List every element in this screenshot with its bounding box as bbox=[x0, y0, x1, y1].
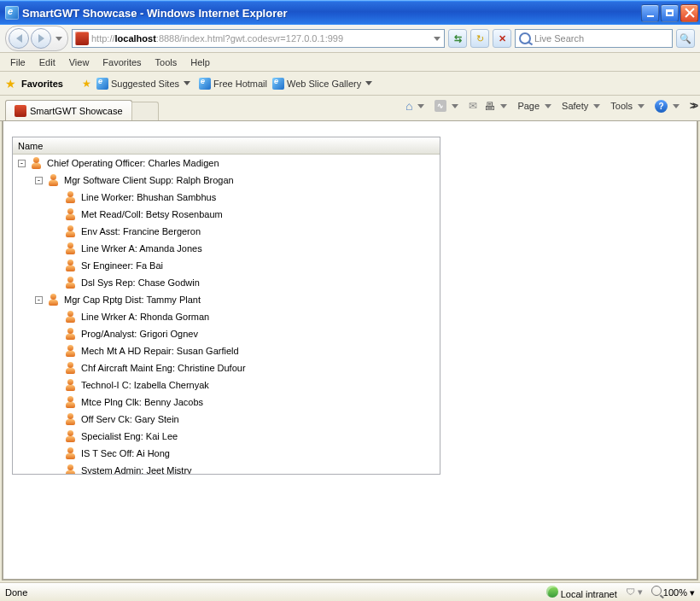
zoom-control[interactable]: 100% ▾ bbox=[651, 586, 695, 598]
print-icon: 🖶 bbox=[484, 100, 495, 113]
chevron-down-icon bbox=[638, 104, 645, 108]
tab-command-bar: SmartGWT Showcase ⌂ ∿ ✉ 🖶 Page Safety To… bbox=[0, 96, 700, 121]
person-icon bbox=[64, 378, 78, 392]
tree-node[interactable]: Mtce Plng Clk: Benny Jacobs bbox=[13, 394, 440, 411]
tree-node[interactable]: Specialist Eng: Kai Lee bbox=[13, 428, 440, 445]
person-icon bbox=[64, 327, 78, 341]
ie-icon bbox=[5, 6, 19, 20]
refresh-button[interactable]: ↻ bbox=[470, 29, 489, 48]
browser-tab[interactable]: SmartGWT Showcase bbox=[5, 100, 132, 120]
tree-node-label: System Admin: Jeet Mistry bbox=[81, 465, 192, 474]
tree-node[interactable]: IS T Sec Off: Ai Hong bbox=[13, 445, 440, 462]
tree-node[interactable]: Prog/Analyst: Grigori Ognev bbox=[13, 325, 440, 342]
tree-node-label: IS T Sec Off: Ai Hong bbox=[81, 448, 170, 458]
search-button[interactable]: 🔍 bbox=[676, 29, 695, 48]
tree-node-label: Line Worker: Bhushan Sambhus bbox=[81, 192, 216, 202]
collapse-icon[interactable]: - bbox=[18, 160, 26, 167]
ie-link-icon bbox=[199, 78, 211, 90]
menu-help[interactable]: Help bbox=[184, 55, 217, 70]
menu-edit[interactable]: Edit bbox=[32, 55, 62, 70]
person-icon bbox=[30, 156, 44, 170]
tree-node[interactable]: Env Asst: Francine Bergeron bbox=[13, 223, 440, 240]
home-button[interactable]: ⌂ bbox=[405, 99, 428, 113]
mail-icon: ✉ bbox=[469, 100, 477, 112]
tree-node[interactable]: -Mgr Software Client Supp: Ralph Brogan bbox=[13, 172, 440, 189]
print-button[interactable]: 🖶 bbox=[484, 100, 510, 113]
maximize-button[interactable] bbox=[661, 4, 679, 22]
favorites-star-icon[interactable]: ★ bbox=[5, 77, 16, 90]
person-icon bbox=[64, 395, 78, 409]
web-slice-gallery-link[interactable]: Web Slice Gallery bbox=[272, 78, 376, 90]
read-mail-button[interactable]: ✉ bbox=[469, 100, 477, 112]
tree-node[interactable]: Dsl Sys Rep: Chase Godwin bbox=[13, 274, 440, 291]
tools-menu[interactable]: Tools bbox=[610, 101, 648, 111]
tree-node-label: Met Read/Coll: Betsy Rosenbaum bbox=[81, 209, 223, 219]
tree-node-label: Dsl Sys Rep: Chase Godwin bbox=[81, 277, 200, 288]
tree-node[interactable]: -Mgr Cap Rptg Dist: Tammy Plant bbox=[13, 291, 440, 308]
tree-column-header[interactable]: Name bbox=[13, 137, 440, 155]
home-icon: ⌂ bbox=[405, 99, 412, 113]
protected-mode-button[interactable]: 🛡 ▾ bbox=[626, 586, 643, 598]
person-icon bbox=[64, 310, 78, 324]
tree-node-label: Technol-I C: Izabella Chernyak bbox=[81, 380, 209, 390]
person-icon bbox=[64, 242, 78, 255]
collapse-icon[interactable]: - bbox=[35, 296, 43, 304]
tree-node[interactable]: Chf Aircraft Maint Eng: Christine Dufour bbox=[13, 359, 440, 376]
tree-body[interactable]: -Chief Operating Officer: Charles Madige… bbox=[13, 155, 440, 474]
tree-node[interactable]: Off Serv Ck: Gary Stein bbox=[13, 411, 440, 428]
page-menu[interactable]: Page bbox=[517, 101, 555, 111]
new-tab-button[interactable] bbox=[131, 102, 159, 120]
favorites-bar: ★ Favorites ★ Suggested Sites Free Hotma… bbox=[0, 72, 700, 96]
overflow-button[interactable]: >> bbox=[690, 100, 695, 112]
site-icon bbox=[75, 32, 89, 45]
tree-node-label: Sr Engineer: Fa Bai bbox=[81, 260, 163, 271]
tree-node[interactable]: System Admin: Jeet Mistry bbox=[13, 462, 440, 474]
close-button[interactable] bbox=[680, 4, 698, 22]
nav-history-dropdown[interactable] bbox=[55, 37, 62, 41]
menu-favorites[interactable]: Favorites bbox=[96, 55, 148, 70]
chevron-down-icon bbox=[417, 104, 424, 108]
menu-view[interactable]: View bbox=[62, 55, 96, 70]
tree-node-label: Line Wrker A: Amanda Jones bbox=[81, 243, 202, 254]
security-zone[interactable]: Local intranet bbox=[546, 586, 617, 599]
feeds-button[interactable]: ∿ bbox=[435, 100, 462, 112]
compat-view-button[interactable]: ⇆ bbox=[448, 29, 467, 48]
chevron-down-icon bbox=[365, 81, 372, 85]
address-dropdown[interactable] bbox=[434, 37, 440, 41]
forward-button[interactable] bbox=[31, 28, 51, 49]
free-hotmail-link[interactable]: Free Hotmail bbox=[199, 78, 267, 90]
add-favorite-icon[interactable]: ★ bbox=[82, 78, 91, 90]
help-button[interactable]: ? bbox=[655, 100, 683, 113]
safety-menu[interactable]: Safety bbox=[562, 101, 604, 111]
menu-tools[interactable]: Tools bbox=[149, 55, 184, 70]
tree-grid: Name -Chief Operating Officer: Charles M… bbox=[12, 137, 440, 475]
tree-node[interactable]: Sr Engineer: Fa Bai bbox=[13, 257, 440, 274]
favorites-label[interactable]: Favorites bbox=[21, 79, 63, 89]
search-box[interactable]: Live Search bbox=[515, 29, 673, 48]
tree-node-label: Mgr Cap Rptg Dist: Tammy Plant bbox=[64, 295, 201, 305]
menu-file[interactable]: File bbox=[3, 55, 32, 70]
navigation-bar: http://localhost:8888/index.html?gwt.cod… bbox=[0, 25, 700, 53]
tree-node[interactable]: Technol-I C: Izabella Chernyak bbox=[13, 376, 440, 394]
suggested-sites-link[interactable]: Suggested Sites bbox=[96, 78, 194, 90]
tree-node[interactable]: Mech Mt A HD Repair: Susan Garfield bbox=[13, 342, 440, 359]
person-icon bbox=[64, 412, 78, 426]
chevron-down-icon bbox=[184, 81, 190, 85]
minimize-button[interactable] bbox=[641, 4, 659, 22]
help-icon: ? bbox=[655, 100, 668, 113]
tree-node[interactable]: Line Wrker A: Rhonda Gorman bbox=[13, 308, 440, 325]
person-icon bbox=[64, 276, 78, 289]
stop-button[interactable]: ✕ bbox=[493, 29, 511, 48]
tree-node[interactable]: Met Read/Coll: Betsy Rosenbaum bbox=[13, 206, 440, 223]
collapse-icon[interactable]: - bbox=[35, 177, 43, 184]
address-bar[interactable]: http://localhost:8888/index.html?gwt.cod… bbox=[72, 29, 445, 48]
tree-node[interactable]: Line Worker: Bhushan Sambhus bbox=[13, 189, 440, 206]
back-button[interactable] bbox=[9, 28, 29, 49]
person-icon bbox=[64, 361, 78, 375]
zoom-icon bbox=[651, 586, 662, 596]
tree-node-label: Off Serv Ck: Gary Stein bbox=[81, 414, 179, 424]
tree-node[interactable]: -Chief Operating Officer: Charles Madige… bbox=[13, 155, 440, 172]
tree-node[interactable]: Line Wrker A: Amanda Jones bbox=[13, 240, 440, 257]
zone-icon bbox=[546, 586, 558, 598]
window-titlebar: SmartGWT Showcase - Windows Internet Exp… bbox=[0, 0, 700, 25]
